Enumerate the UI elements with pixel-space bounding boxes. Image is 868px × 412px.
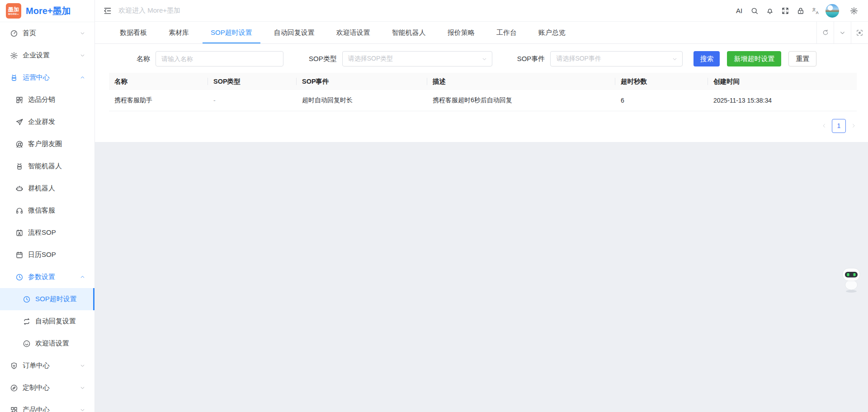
chevron-down-icon [80, 52, 85, 58]
sidebar-item-smart-robot[interactable]: 智能机器人 [0, 155, 94, 177]
sop-event-select[interactable]: 请选择SOP事件 [550, 51, 683, 66]
tab-0[interactable]: 数据看板 [109, 22, 158, 43]
tab-6[interactable]: 报价策略 [437, 22, 486, 43]
sidebar-item-enterprise-broadcast[interactable]: 企业群发 [0, 111, 94, 133]
sidebar-item-enterprise-settings[interactable]: 企业设置 [0, 44, 94, 66]
tab-5[interactable]: 智能机器人 [381, 22, 437, 43]
settings-gear-icon[interactable] [846, 3, 862, 19]
loop-icon [23, 317, 31, 326]
gear-icon [10, 52, 18, 60]
translate-icon[interactable] [808, 3, 824, 19]
sidebar-item-product-distribution[interactable]: 选品分销 [0, 89, 94, 111]
pagination-page-1[interactable]: 1 [832, 119, 846, 133]
pagination-next-icon[interactable] [850, 123, 857, 129]
table-cell: 携程客服助手 [109, 90, 208, 111]
table-row: 携程客服助手-超时自动回复时长携程客服超时6秒后自动回复62025-11-13 … [109, 90, 857, 111]
sidebar-item-home[interactable]: 首页 [0, 22, 94, 44]
product-icon [10, 406, 18, 412]
sidebar-item-auto-reply-settings[interactable]: 自动回复设置 [0, 310, 94, 332]
ai-assistant-button[interactable]: AI [731, 3, 747, 19]
app-window: 墨加 MORE+ More+墨加 首页 企业设置 运营中心 选品分销 企业群发 … [0, 0, 868, 412]
sidebar-item-sop-timeout-settings[interactable]: SOP超时设置 [0, 288, 94, 310]
column-header: 超时秒数 [615, 73, 708, 90]
robot-icon [837, 263, 866, 294]
brand-logo-text-en: MORE+ [8, 13, 19, 15]
table-header-row: 名称SOP类型SOP事件描述超时秒数创建时间 [109, 73, 857, 90]
sidebar-item-welcome-settings[interactable]: 欢迎语设置 [0, 332, 94, 355]
sidebar-menu: 首页 企业设置 运营中心 选品分销 企业群发 客户朋友圈 智能机器人 群机器人 … [0, 22, 94, 412]
filter-row: 名称 SOP类型 请选择SOP类型 SOP事件 请选择SOP事件 搜索 新增超时… [95, 44, 868, 73]
sidebar-item-calendar-sop[interactable]: 日历SOP [0, 244, 94, 266]
lock-screen-icon[interactable] [793, 3, 808, 19]
table-cell: 6 [615, 90, 708, 111]
chevron-down-icon [80, 363, 85, 369]
welcome-text: 欢迎进入 More+墨加 [118, 6, 180, 15]
sidebar-item-operations-center[interactable]: 运营中心 [0, 66, 94, 89]
sidebar-item-customer-moments[interactable]: 客户朋友圈 [0, 133, 94, 155]
collapse-sidebar-icon[interactable] [103, 6, 112, 15]
clock-icon [23, 295, 31, 303]
user-avatar[interactable] [826, 4, 839, 18]
brand-logo: 墨加 MORE+ More+墨加 [0, 0, 94, 22]
tab-8[interactable]: 账户总览 [528, 22, 576, 43]
tab-list-chevron-icon[interactable] [834, 22, 851, 43]
sop-timeout-table: 名称SOP类型SOP事件描述超时秒数创建时间 携程客服助手-超时自动回复时长携程… [109, 73, 857, 111]
page-content: 名称 SOP类型 请选择SOP类型 SOP事件 请选择SOP事件 搜索 新增超时… [95, 44, 868, 412]
android-icon [15, 162, 24, 170]
column-header: SOP事件 [297, 73, 427, 90]
sidebar-item-process-sop[interactable]: 流程SOP [0, 222, 94, 244]
maximize-content-icon[interactable] [851, 22, 868, 43]
ai-label: AI [736, 7, 742, 14]
sidebar-item-group-robot[interactable]: 群机器人 [0, 177, 94, 199]
chevron-down-icon [80, 407, 85, 412]
sidebar-item-parameter-settings[interactable]: 参数设置 [0, 266, 94, 288]
sidebar-item-product-center[interactable]: 产品中心 [0, 399, 94, 412]
search-icon[interactable] [747, 3, 762, 19]
clock-icon [15, 273, 24, 281]
reset-button[interactable]: 重置 [788, 51, 816, 66]
table-cell: 携程客服超时6秒后自动回复 [427, 90, 615, 111]
column-header: SOP类型 [208, 73, 297, 90]
chevron-down-icon [481, 56, 487, 62]
chevron-up-icon [80, 274, 85, 280]
table-cell: 2025-11-13 15:38:34 [708, 90, 857, 111]
pagination-prev-icon[interactable] [821, 123, 827, 129]
tab-1[interactable]: 素材库 [158, 22, 200, 43]
pagination: 1 [95, 111, 868, 140]
notification-bell-icon[interactable] [762, 3, 778, 19]
tab-4[interactable]: 欢迎语设置 [326, 22, 381, 43]
column-header: 创建时间 [708, 73, 857, 90]
tab-7[interactable]: 工作台 [486, 22, 528, 43]
gauge-icon [10, 29, 18, 38]
android-icon [10, 74, 18, 82]
main-area: 欢迎进入 More+墨加 AI 数据看板素材库SOP超时设置自动回复设置欢迎语设… [95, 0, 868, 412]
tab-3[interactable]: 自动回复设置 [263, 22, 326, 43]
smiley-icon [23, 340, 31, 348]
search-button[interactable]: 搜索 [693, 51, 720, 66]
chevron-down-icon [80, 30, 85, 36]
tab-bar: 数据看板素材库SOP超时设置自动回复设置欢迎语设置智能机器人报价策略工作台账户总… [95, 22, 868, 44]
tab-2-active[interactable]: SOP超时设置 [200, 22, 263, 43]
chevron-down-icon [80, 385, 85, 391]
sidebar-item-customization-center[interactable]: 定制中心 [0, 377, 94, 399]
sop-type-placeholder: 请选择SOP类型 [348, 55, 393, 63]
column-header: 名称 [109, 73, 208, 90]
table-body: 携程客服助手-超时自动回复时长携程客服超时6秒后自动回复62025-11-13 … [109, 90, 857, 111]
table-cell: 超时自动回复时长 [297, 90, 427, 111]
tab-controls [816, 22, 868, 43]
brand-title: More+墨加 [26, 5, 71, 17]
sidebar-item-wechat-service[interactable]: 微信客服 [0, 199, 94, 222]
sop-timeout-card: 名称 SOP类型 请选择SOP类型 SOP事件 请选择SOP事件 搜索 新增超时… [95, 44, 868, 142]
chevron-down-icon [672, 56, 678, 62]
sop-type-filter-label: SOP类型 [309, 55, 337, 63]
sop-type-select[interactable]: 请选择SOP类型 [342, 51, 492, 66]
fullscreen-icon[interactable] [778, 3, 793, 19]
sidebar-item-order-center[interactable]: 订单中心 [0, 355, 94, 377]
name-filter-input[interactable] [156, 51, 283, 66]
top-header: 欢迎进入 More+墨加 AI [95, 0, 868, 22]
calendar-user-icon [15, 229, 24, 237]
assistant-robot-button[interactable] [837, 263, 866, 296]
refresh-tab-icon[interactable] [816, 22, 834, 43]
add-timeout-setting-button[interactable]: 新增超时设置 [727, 51, 781, 66]
table-wrap: 名称SOP类型SOP事件描述超时秒数创建时间 携程客服助手-超时自动回复时长携程… [109, 73, 857, 111]
